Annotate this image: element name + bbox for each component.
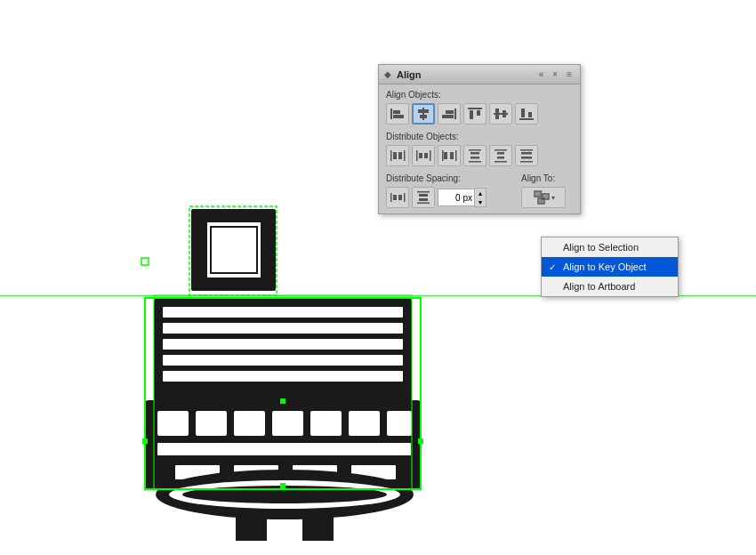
distribute-objects-row (386, 145, 573, 166)
spacing-input-group: 0 px ▲ ▼ (438, 188, 487, 207)
distribute-spacing-label: Distribute Spacing: (386, 173, 514, 183)
dist-space-h-btn[interactable] (386, 187, 409, 208)
svg-rect-66 (450, 152, 454, 159)
align-objects-row (386, 103, 573, 125)
svg-rect-76 (520, 161, 533, 163)
align-to-section: Align To: ▾ (521, 173, 573, 208)
svg-rect-30 (302, 512, 334, 541)
svg-rect-70 (470, 157, 479, 159)
svg-rect-2 (141, 258, 149, 265)
svg-rect-29 (236, 512, 267, 541)
align-to-label: Align To: (521, 173, 573, 183)
align-to-artboard-item[interactable]: Align to Artboard (542, 277, 678, 296)
svg-rect-16 (272, 411, 303, 436)
svg-rect-84 (417, 203, 430, 205)
svg-rect-68 (469, 161, 481, 163)
svg-rect-45 (442, 115, 454, 118)
svg-rect-14 (196, 411, 227, 436)
svg-rect-15 (234, 411, 265, 436)
align-panel: ◆ Align « × ≡ Align Objects: (378, 64, 581, 214)
svg-rect-65 (444, 152, 447, 159)
svg-rect-5 (211, 227, 257, 273)
svg-rect-34 (280, 483, 286, 488)
align-to-selection-item[interactable]: Align to Selection (542, 237, 678, 257)
dist-center-v-btn[interactable] (489, 145, 512, 166)
align-center-v-btn[interactable] (489, 103, 512, 125)
svg-rect-92 (539, 199, 543, 203)
svg-rect-19 (387, 411, 412, 436)
align-to-dropdown-btn[interactable]: ▾ (521, 187, 566, 208)
panel-title: Align (397, 69, 422, 80)
distribute-spacing-section: Distribute Spacing: 0 px ▲ ▼ (386, 173, 514, 208)
svg-rect-78 (521, 157, 532, 159)
checkmark-icon: ✓ (549, 262, 556, 272)
align-top-btn[interactable] (463, 103, 487, 125)
dist-right-btn[interactable] (438, 145, 461, 166)
svg-rect-9 (163, 339, 403, 350)
svg-rect-67 (469, 149, 481, 151)
panel-close-btn[interactable]: × (550, 68, 560, 80)
align-to-artboard-label: Align to Artboard (563, 281, 635, 292)
svg-rect-33 (280, 398, 286, 404)
dist-left-btn[interactable] (386, 145, 409, 166)
svg-rect-57 (393, 152, 397, 159)
svg-rect-86 (419, 198, 428, 201)
dist-space-v-btn[interactable] (412, 187, 435, 208)
svg-rect-43 (454, 109, 456, 119)
dist-bottom-btn[interactable] (515, 145, 538, 166)
panel-title-right: « × ≡ (536, 68, 575, 80)
svg-rect-85 (419, 194, 428, 197)
svg-rect-50 (495, 109, 499, 119)
svg-rect-44 (446, 110, 454, 114)
dist-top-btn[interactable] (463, 145, 487, 166)
svg-rect-13 (157, 411, 189, 436)
svg-rect-51 (503, 110, 506, 117)
panel-body: Align Objects: (379, 84, 580, 213)
align-objects-label: Align Objects: (386, 90, 573, 100)
align-left-btn[interactable] (386, 103, 409, 125)
spacing-input[interactable]: 0 px (438, 189, 475, 206)
svg-rect-77 (521, 152, 532, 155)
svg-rect-53 (521, 109, 525, 117)
svg-rect-36 (418, 438, 423, 444)
svg-rect-63 (442, 150, 444, 161)
svg-rect-69 (470, 152, 479, 155)
distribute-objects-label: Distribute Objects: (386, 132, 573, 141)
svg-rect-10 (163, 355, 403, 366)
svg-rect-62 (424, 153, 428, 158)
svg-rect-81 (393, 195, 397, 200)
align-to-dropdown-menu: Align to Selection ✓ Align to Key Object… (541, 237, 679, 297)
panel-menu-btn[interactable]: ≡ (564, 68, 575, 80)
svg-rect-64 (455, 150, 457, 161)
svg-rect-82 (398, 195, 402, 200)
svg-rect-17 (310, 411, 342, 436)
panel-collapse-icon[interactable]: ◆ (384, 69, 391, 79)
svg-rect-71 (495, 149, 507, 151)
dist-center-h-btn[interactable] (412, 145, 435, 166)
panel-title-left: ◆ Align (384, 69, 422, 80)
align-to-key-object-item[interactable]: ✓ Align to Key Object (542, 257, 678, 277)
panel-collapse-btn[interactable]: « (536, 68, 547, 80)
svg-rect-56 (404, 150, 406, 161)
svg-rect-35 (142, 438, 148, 444)
svg-rect-60 (430, 150, 431, 161)
ship-illustration (138, 205, 458, 525)
svg-rect-11 (163, 371, 403, 382)
panel-titlebar: ◆ Align « × ≡ (379, 65, 580, 84)
svg-rect-20 (157, 443, 411, 455)
align-bottom-btn[interactable] (515, 103, 538, 125)
align-to-key-object-label: Align to Key Object (563, 261, 647, 272)
align-to-selection-label: Align to Selection (563, 242, 639, 253)
svg-rect-58 (398, 152, 402, 159)
align-center-h-btn[interactable] (412, 103, 435, 125)
svg-rect-7 (163, 307, 403, 318)
svg-rect-46 (468, 108, 482, 109)
spacing-down-btn[interactable]: ▼ (475, 197, 486, 206)
spacing-spinner: ▲ ▼ (475, 188, 487, 207)
align-right-btn[interactable] (438, 103, 461, 125)
svg-rect-38 (393, 110, 400, 114)
spacing-up-btn[interactable]: ▲ (475, 189, 486, 197)
svg-rect-42 (420, 115, 427, 118)
svg-rect-47 (470, 110, 473, 119)
svg-rect-41 (418, 109, 429, 113)
